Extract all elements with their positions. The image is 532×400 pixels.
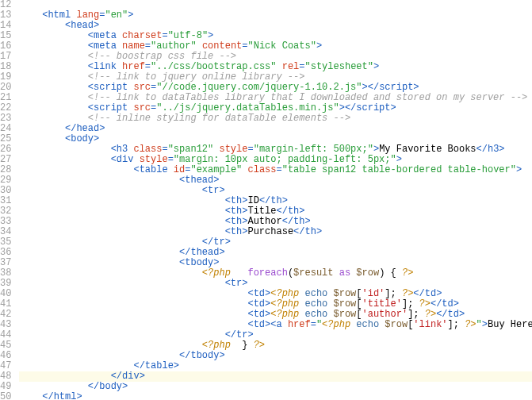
code-area[interactable]: <html lang="en"> <head> <meta charset="u… [16, 0, 532, 400]
code-editor: 1213141516171819202122232425262728293031… [0, 0, 532, 400]
line-number-gutter: 1213141516171819202122232425262728293031… [0, 0, 16, 400]
code-line[interactable]: </body> [19, 382, 532, 392]
line-number: 50 [0, 392, 11, 400]
code-line[interactable]: </html> [19, 392, 532, 400]
